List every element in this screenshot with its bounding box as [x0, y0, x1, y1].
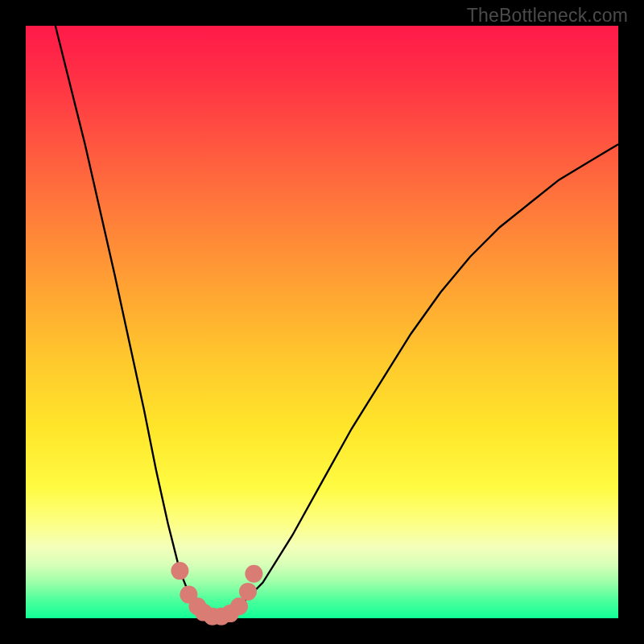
highlight-dot: [245, 565, 262, 583]
highlight-dot: [171, 562, 188, 580]
chart-frame: TheBottleneck.com: [0, 0, 644, 644]
marker-group: [171, 562, 262, 625]
curve-layer: [26, 26, 618, 618]
watermark-text: TheBottleneck.com: [467, 5, 628, 27]
highlight-dot: [239, 583, 257, 601]
bottleneck-curve-path: [56, 26, 618, 618]
plot-area: [26, 26, 618, 618]
highlight-dot: [230, 597, 248, 615]
